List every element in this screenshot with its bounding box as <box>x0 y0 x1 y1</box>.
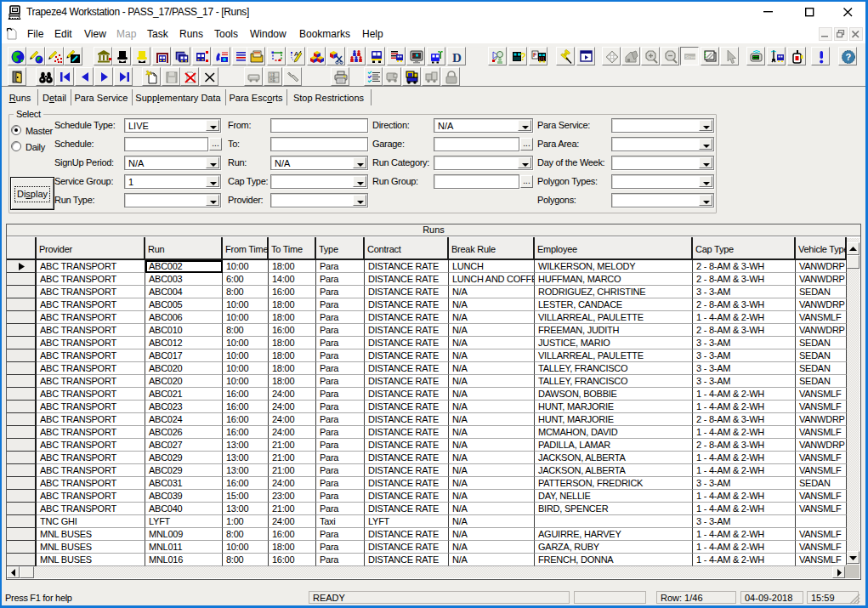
svg-text:F: F <box>533 52 537 58</box>
svg-text:Street: Street <box>685 54 697 60</box>
svg-text:D: D <box>452 51 462 65</box>
svg-text:?: ? <box>846 52 852 62</box>
svg-text:BE: BE <box>270 77 276 82</box>
svg-text:?: ? <box>520 51 526 63</box>
